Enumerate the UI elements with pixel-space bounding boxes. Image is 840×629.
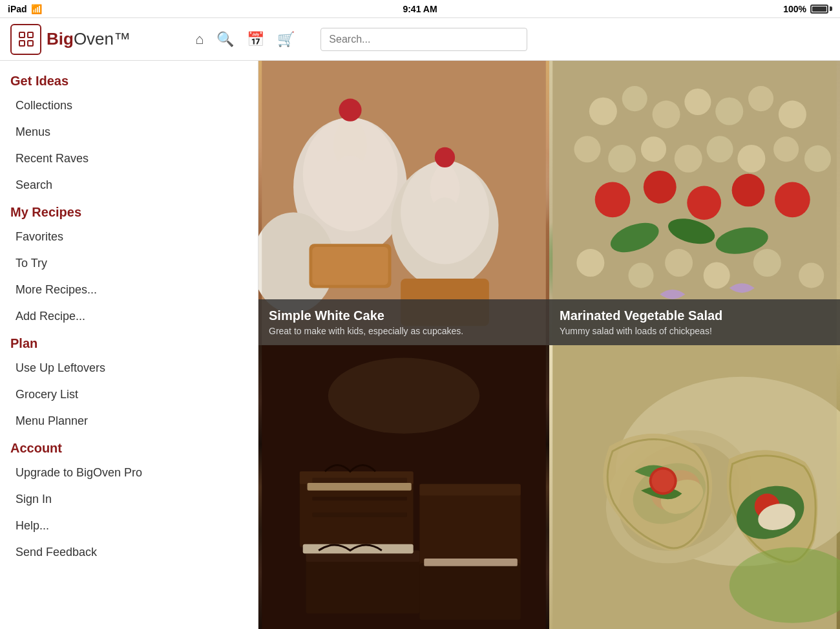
home-icon[interactable]: ⌂ (195, 31, 204, 48)
logo[interactable]: BigOven™ (10, 24, 131, 55)
recipe-title-cupcakes: Simple White Cake (269, 308, 539, 323)
search-input[interactable] (320, 28, 527, 51)
device-label: iPad (8, 4, 27, 14)
recipe-overlay-cupcakes: Simple White Cake Great to make with kid… (258, 299, 549, 345)
battery-percent: 100% (783, 4, 806, 14)
recipe-card-salad[interactable]: Marinated Vegetable Salad Yummy salad wi… (549, 61, 840, 345)
sidebar-item-collections[interactable]: Collections (0, 92, 258, 119)
sidebar-item-menus[interactable]: Menus (0, 119, 258, 145)
recipe-desc-salad: Yummy salad with loads of chickpeas! (560, 326, 830, 336)
sidebar-item-grocery-list[interactable]: Grocery List (0, 381, 258, 408)
section-header-plan: Plan (0, 330, 258, 355)
section-header-account: Account (0, 434, 258, 460)
svg-rect-72 (552, 345, 837, 630)
main-layout: Get Ideas Collections Menus Recent Raves… (0, 61, 840, 629)
status-bar: iPad 📶 9:41 AM 100% (0, 0, 840, 18)
recipe-card-cupcakes[interactable]: Simple White Cake Great to make with kid… (258, 61, 549, 345)
recipe-desc-cupcakes: Great to make with kids, especially as c… (269, 326, 539, 336)
sidebar-item-favorites[interactable]: Favorites (0, 224, 258, 250)
logo-icon (10, 24, 41, 55)
sidebar-item-help[interactable]: Help... (0, 513, 258, 539)
recipe-image-wraps (549, 345, 840, 630)
sidebar-item-more-recipes[interactable]: More Recipes... (0, 277, 258, 303)
sidebar: Get Ideas Collections Menus Recent Raves… (0, 61, 258, 629)
status-right: 100% (783, 4, 832, 14)
calendar-icon[interactable]: 📅 (247, 31, 264, 48)
content-area: Simple White Cake Great to make with kid… (258, 61, 840, 629)
recipe-title-salad: Marinated Vegetable Salad (560, 308, 830, 323)
sidebar-item-add-recipe[interactable]: Add Recipe... (0, 303, 258, 330)
sidebar-item-menu-planner[interactable]: Menu Planner (0, 408, 258, 434)
svg-rect-58 (262, 345, 546, 630)
section-header-my-recipes: My Recipes (0, 198, 258, 224)
recipe-overlay-salad: Marinated Vegetable Salad Yummy salad wi… (549, 299, 840, 345)
sidebar-item-recent-raves[interactable]: Recent Raves (0, 145, 258, 172)
sidebar-item-to-try[interactable]: To Try (0, 250, 258, 277)
cart-icon[interactable]: 🛒 (277, 31, 295, 48)
recipe-image-brownies (258, 345, 549, 630)
header: BigOven™ ⌂ 🔍 📅 🛒 (0, 18, 840, 61)
status-left: iPad 📶 (8, 4, 42, 14)
recipe-card-brownies[interactable] (258, 345, 549, 630)
search-box[interactable] (320, 28, 527, 51)
recipe-card-wraps[interactable] (549, 345, 840, 630)
wraps-svg (549, 345, 840, 630)
battery-icon (810, 5, 832, 14)
wifi-icon: 📶 (31, 4, 42, 14)
status-time: 9:41 AM (403, 4, 437, 14)
sidebar-item-search[interactable]: Search (0, 172, 258, 198)
section-header-get-ideas: Get Ideas (0, 67, 258, 92)
sidebar-item-use-up-leftovers[interactable]: Use Up Leftovers (0, 355, 258, 381)
brownies-svg (258, 345, 549, 630)
sidebar-item-send-feedback[interactable]: Send Feedback (0, 539, 258, 566)
sidebar-item-sign-in[interactable]: Sign In (0, 486, 258, 513)
logo-text: BigOven™ (47, 29, 131, 49)
nav-icons: ⌂ 🔍 📅 🛒 (195, 31, 295, 48)
sidebar-item-upgrade[interactable]: Upgrade to BigOven Pro (0, 460, 258, 486)
search-icon[interactable]: 🔍 (216, 31, 234, 48)
